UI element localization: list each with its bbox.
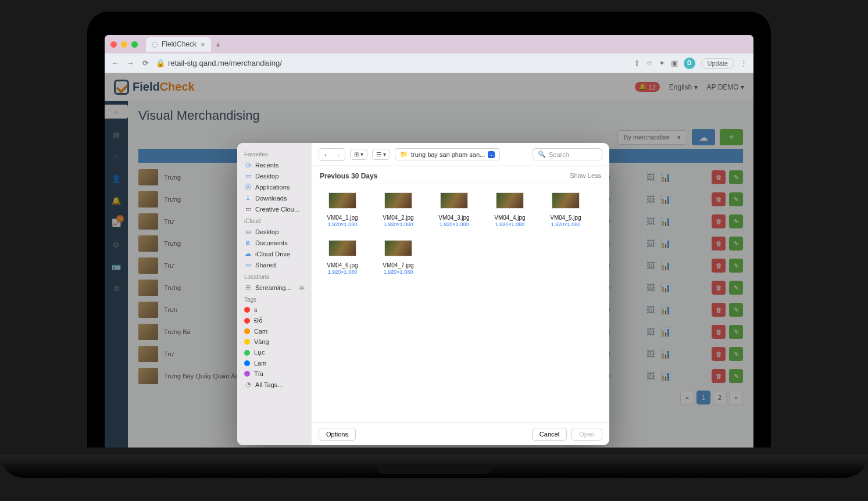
sidebar-item-dashboard[interactable]: ▦ <box>110 128 123 141</box>
sidebar-item-shared[interactable]: ▭Shared <box>237 259 312 270</box>
language-selector[interactable]: English ▾ <box>669 83 698 91</box>
menu-icon[interactable]: ⋮ <box>740 59 748 67</box>
sidebar-collapse-button[interactable]: › <box>105 105 128 119</box>
image-icon[interactable]: 🖼 <box>645 282 656 294</box>
sidebar-item-creative-cloud[interactable]: ▭Creative Clou... <box>237 203 312 214</box>
file-item[interactable]: VM04_6.jpg 1.920×1.080 <box>320 240 365 275</box>
edit-button[interactable]: ✎ <box>729 369 743 383</box>
sidebar-item-copy[interactable]: ⧉ <box>110 282 123 295</box>
url-field[interactable]: 🔒 retail-stg.qand.me/merchandising/ <box>156 59 628 67</box>
tab-close-icon[interactable]: × <box>201 40 205 49</box>
page-1[interactable]: 1 <box>696 391 710 405</box>
user-menu[interactable]: AP DEMO ▾ <box>707 83 744 91</box>
search-field[interactable]: 🔍 Search <box>533 148 602 160</box>
image-icon[interactable]: 🖼 <box>645 348 656 360</box>
sidebar-item-notification[interactable]: 🔔 <box>110 194 123 207</box>
sidebar-tag-item[interactable]: Tía <box>237 368 312 379</box>
app-logo[interactable]: FieldCheck <box>114 80 195 95</box>
image-icon[interactable]: 🖼 <box>645 238 656 249</box>
sidebar-item-recents[interactable]: ◷Recents <box>237 159 312 170</box>
sidebar-item-chart[interactable]: 📈H <box>110 216 123 229</box>
sidebar-item-all-tags[interactable]: ◔All Tags... <box>237 379 312 390</box>
chart-icon[interactable]: 📊 <box>659 216 671 227</box>
eject-icon[interactable]: ⏏ <box>299 284 305 291</box>
chart-icon[interactable]: 📊 <box>659 326 671 338</box>
sidebar-item-downloads[interactable]: ⤓Downloads <box>237 192 312 203</box>
chart-icon[interactable]: 📊 <box>659 171 671 183</box>
new-tab-button[interactable]: + <box>216 40 221 49</box>
delete-button[interactable]: 🗑 <box>712 170 726 184</box>
sidebar-tag-item[interactable]: Cam <box>237 326 312 337</box>
page-2[interactable]: 2 <box>713 391 727 405</box>
chart-icon[interactable]: 📊 <box>659 238 671 249</box>
sidebar-item-applications[interactable]: ⒶApplications <box>237 181 312 192</box>
delete-button[interactable]: 🗑 <box>712 281 726 295</box>
delete-button[interactable]: 🗑 <box>712 214 726 228</box>
file-item[interactable]: VM04_7.jpg 1.920×1.080 <box>376 240 421 275</box>
options-button[interactable]: Options <box>319 428 356 441</box>
edit-button[interactable]: ✎ <box>729 281 743 295</box>
delete-button[interactable]: 🗑 <box>712 192 726 206</box>
file-item[interactable]: VM04_1.jpg 1.920×1.080 <box>320 192 365 227</box>
image-icon[interactable]: 🖼 <box>645 216 656 227</box>
chart-icon[interactable]: 📊 <box>659 260 671 271</box>
delete-button[interactable]: 🗑 <box>712 369 726 383</box>
delete-button[interactable]: 🗑 <box>712 325 726 339</box>
folder-selector[interactable]: 📁 trung bay san pham san... ⌄ <box>395 148 500 160</box>
window-minimize-button[interactable] <box>121 41 127 48</box>
delete-button[interactable]: 🗑 <box>712 259 726 273</box>
upload-button[interactable]: ☁ <box>692 129 715 145</box>
sidebar-item-icloud-drive[interactable]: ☁iCloud Drive <box>237 248 312 259</box>
edit-button[interactable]: ✎ <box>729 237 743 250</box>
file-item[interactable]: VM04_4.jpg 1.920×1.080 <box>487 192 533 227</box>
file-item[interactable]: VM04_5.jpg 1.920×1.080 <box>543 192 588 227</box>
edit-button[interactable]: ✎ <box>729 347 743 361</box>
sidebar-tag-item[interactable]: Lục <box>237 347 312 358</box>
window-close-button[interactable] <box>110 41 117 48</box>
sidebar-item-store[interactable]: ⌂ <box>110 150 123 163</box>
show-less-button[interactable]: Show Less <box>570 172 601 180</box>
extensions-icon[interactable]: ✦ <box>659 59 665 67</box>
sidebar-item-id[interactable]: 🪪 <box>110 260 123 273</box>
image-icon[interactable]: 🖼 <box>645 194 656 205</box>
file-item[interactable]: VM04_3.jpg 1.920×1.080 <box>431 192 477 227</box>
chart-icon[interactable]: 📊 <box>659 370 671 382</box>
reload-icon[interactable]: ⟳ <box>141 59 150 67</box>
forward-icon[interactable]: → <box>126 59 135 67</box>
sidebar-item-settings[interactable]: ⚙ <box>110 238 123 251</box>
chart-icon[interactable]: 📊 <box>659 348 671 360</box>
sidebar-item-screaming[interactable]: ⊟Screaming...⏏ <box>237 282 312 293</box>
sidebar-tag-item[interactable]: s <box>237 305 312 315</box>
chart-icon[interactable]: 📊 <box>659 304 671 316</box>
image-icon[interactable]: 🖼 <box>645 326 656 338</box>
image-icon[interactable]: 🖼 <box>645 171 656 183</box>
delete-button[interactable]: 🗑 <box>712 347 726 361</box>
view-group-button[interactable]: ☰▾ <box>372 149 390 160</box>
profile-avatar[interactable]: D <box>684 58 695 69</box>
view-grid-button[interactable]: ⊞▾ <box>350 149 367 160</box>
filter-merchandise[interactable]: By merchandise▾ <box>617 130 687 145</box>
panel-icon[interactable]: ▣ <box>671 59 678 67</box>
edit-button[interactable]: ✎ <box>729 325 743 339</box>
add-button[interactable]: + <box>720 129 743 145</box>
image-icon[interactable]: 🖼 <box>645 370 656 382</box>
sidebar-item-user[interactable]: 👤 <box>110 172 123 185</box>
edit-button[interactable]: ✎ <box>729 170 743 184</box>
delete-button[interactable]: 🗑 <box>712 303 726 317</box>
chart-icon[interactable]: 📊 <box>659 194 671 205</box>
sidebar-tag-item[interactable]: Vàng <box>237 337 312 347</box>
image-icon[interactable]: 🖼 <box>645 304 656 316</box>
update-button[interactable]: Update <box>701 58 734 69</box>
edit-button[interactable]: ✎ <box>729 214 743 228</box>
file-item[interactable]: VM04_2.jpg 1.920×1.080 <box>376 192 421 227</box>
sidebar-tag-item[interactable]: Đỏ <box>237 315 312 326</box>
edit-button[interactable]: ✎ <box>729 303 743 317</box>
edit-button[interactable]: ✎ <box>729 192 743 206</box>
image-icon[interactable]: 🖼 <box>645 260 656 271</box>
sidebar-item-icloud-desktop[interactable]: ▭Desktop <box>237 226 312 237</box>
open-button[interactable]: Open <box>571 428 602 441</box>
delete-button[interactable]: 🗑 <box>712 237 726 250</box>
nav-forward-button[interactable]: › <box>332 149 345 160</box>
chart-icon[interactable]: 📊 <box>659 282 671 294</box>
page-prev[interactable]: « <box>680 391 694 405</box>
